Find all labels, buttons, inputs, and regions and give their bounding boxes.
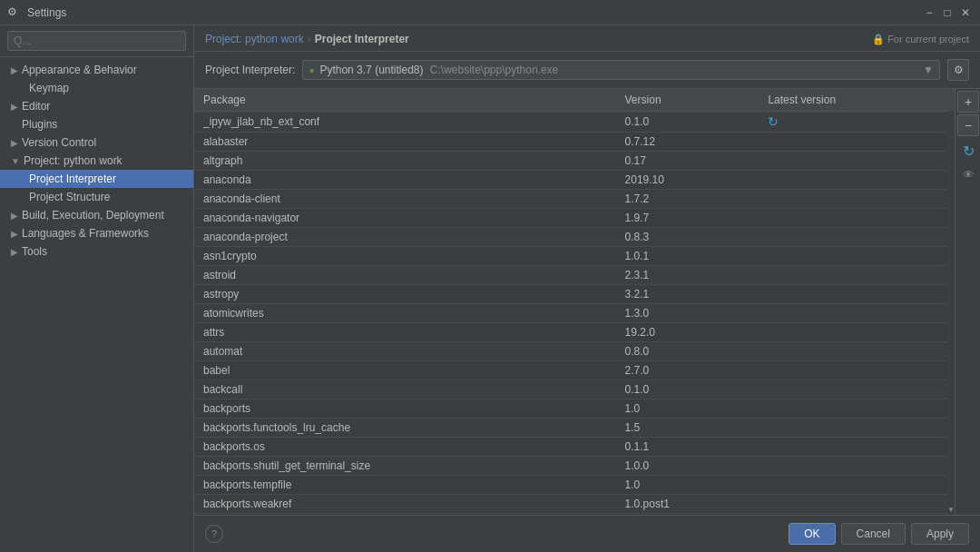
table-row[interactable]: beautifulsoup44.8.0 [194, 514, 955, 516]
maximize-button[interactable]: □ [940, 5, 955, 20]
settings-icon: ⚙ [7, 5, 22, 20]
sidebar-item-appearance[interactable]: ▶Appearance & Behavior [0, 61, 193, 79]
breadcrumb-parent[interactable]: Project: python work [205, 33, 304, 45]
sidebar-item-tools[interactable]: ▶Tools [0, 242, 193, 261]
package-latest [759, 190, 955, 209]
table-row[interactable]: anaconda-navigator1.9.7 [194, 209, 955, 228]
interpreter-name: Python 3.7 (untitled8) C:\website\ppp\py… [319, 64, 919, 76]
package-table-container: Package Version Latest version _ipyw_jla… [194, 89, 955, 515]
sidebar-item-label-version-control: Version Control [22, 136, 96, 149]
sidebar-item-project[interactable]: ▼Project: python work [0, 152, 193, 170]
interpreter-select[interactable]: ● Python 3.7 (untitled8) C:\website\ppp\… [302, 60, 940, 80]
table-row[interactable]: attrs19.2.0 [194, 323, 955, 342]
sidebar-item-project-structure[interactable]: Project Structure [0, 188, 193, 206]
package-name: backcall [194, 380, 616, 399]
add-package-button[interactable]: + [957, 91, 979, 113]
sidebar-item-label-project: Project: python work [24, 154, 122, 167]
tree-arrow-languages: ▶ [11, 229, 18, 239]
scroll-track: ▲ ▼ [947, 89, 955, 515]
package-latest [759, 495, 955, 514]
package-latest [759, 152, 955, 171]
sidebar-item-label-appearance: Appearance & Behavior [22, 64, 137, 76]
scroll-down-indicator[interactable]: ▼ [947, 504, 955, 515]
sidebar-item-editor[interactable]: ▶Editor [0, 97, 193, 115]
table-row[interactable]: automat0.8.0 [194, 342, 955, 361]
package-version: 0.8.0 [616, 342, 760, 361]
breadcrumb-separator: › [308, 33, 311, 45]
apply-button[interactable]: Apply [911, 523, 969, 545]
sidebar-item-label-tools: Tools [22, 245, 47, 258]
tree-arrow-version-control: ▶ [11, 138, 18, 148]
sidebar-item-version-control[interactable]: ▶Version Control [0, 133, 193, 152]
table-row[interactable]: astroid2.3.1 [194, 266, 955, 285]
package-name: anaconda-project [194, 228, 616, 247]
table-row[interactable]: atomicwrites1.3.0 [194, 304, 955, 323]
remove-package-button[interactable]: − [957, 114, 979, 136]
table-row[interactable]: backports1.0 [194, 399, 955, 419]
table-row[interactable]: backports.os0.1.1 [194, 438, 955, 457]
package-latest [759, 228, 955, 247]
table-row[interactable]: asn1crypto1.0.1 [194, 247, 955, 266]
table-row[interactable]: backcall0.1.0 [194, 380, 955, 399]
package-name: backports.os [194, 438, 616, 457]
package-name: beautifulsoup4 [194, 514, 616, 516]
sidebar-item-project-interpreter[interactable]: Project Interpreter [0, 170, 193, 188]
ok-button[interactable]: OK [789, 523, 835, 545]
table-row[interactable]: altgraph0.17 [194, 152, 955, 171]
table-row[interactable]: backports.tempfile1.0 [194, 476, 955, 495]
package-latest [759, 285, 955, 304]
table-row[interactable]: anaconda2019.10 [194, 171, 955, 190]
interpreter-status-dot: ● [309, 65, 314, 75]
table-row[interactable]: babel2.7.0 [194, 361, 955, 380]
table-header-row: Package Version Latest version [194, 89, 955, 112]
table-row[interactable]: anaconda-project0.8.3 [194, 228, 955, 247]
interpreter-gear-button[interactable]: ⚙ [947, 59, 969, 81]
sidebar-item-languages[interactable]: ▶Languages & Frameworks [0, 224, 193, 242]
table-row[interactable]: _ipyw_jlab_nb_ext_conf0.1.0↻ [194, 112, 955, 133]
minimize-button[interactable]: − [922, 5, 936, 20]
package-name: altgraph [194, 152, 616, 171]
package-version: 3.2.1 [616, 285, 760, 304]
sidebar-item-build[interactable]: ▶Build, Execution, Deployment [0, 206, 193, 224]
package-name: anaconda [194, 171, 616, 190]
package-version: 0.17 [616, 152, 760, 171]
col-package: Package [194, 89, 616, 112]
package-latest [759, 247, 955, 266]
sidebar-item-plugins[interactable]: Plugins [0, 115, 193, 133]
table-row[interactable]: backports.weakref1.0.post1 [194, 495, 955, 514]
main-panel: Project: python work › Project Interpret… [194, 25, 980, 552]
tree-arrow-tools: ▶ [11, 247, 18, 257]
footer-left: ? [205, 525, 783, 543]
table-row[interactable]: astropy3.2.1 [194, 285, 955, 304]
tree-arrow-build: ▶ [11, 211, 18, 221]
package-version: 2.7.0 [616, 361, 760, 380]
help-button[interactable]: ? [205, 525, 223, 543]
package-name: backports.tempfile [194, 476, 616, 495]
package-tbody: _ipyw_jlab_nb_ext_conf0.1.0↻alabaster0.7… [194, 112, 955, 516]
close-button[interactable]: ✕ [958, 5, 973, 20]
tree-arrow-editor: ▶ [11, 102, 18, 112]
table-row[interactable]: backports.shutil_get_terminal_size1.0.0 [194, 457, 955, 476]
title-bar: ⚙ Settings − □ ✕ [0, 0, 980, 25]
sidebar-item-keymap[interactable]: Keymap [0, 79, 193, 97]
interpreter-dropdown-arrow: ▼ [923, 64, 934, 76]
package-version: 1.3.0 [616, 304, 760, 323]
interpreter-label: Project Interpreter: [205, 64, 295, 76]
table-row[interactable]: backports.functools_lru_cache1.5 [194, 419, 955, 438]
package-name: atomicwrites [194, 304, 616, 323]
interpreter-row: Project Interpreter: ● Python 3.7 (untit… [194, 52, 980, 89]
package-version: 1.0.0 [616, 457, 760, 476]
package-version: 1.0.1 [616, 247, 760, 266]
table-row[interactable]: alabaster0.7.12 [194, 133, 955, 152]
for-current-label: 🔒 For current project [872, 34, 969, 45]
tree-arrow-appearance: ▶ [11, 65, 18, 75]
cancel-button[interactable]: Cancel [841, 523, 906, 545]
breadcrumb-current: Project Interpreter [315, 33, 409, 45]
table-row[interactable]: anaconda-client1.7.2 [194, 190, 955, 209]
title-bar-text: Settings [27, 6, 922, 19]
sidebar-item-label-plugins: Plugins [22, 118, 57, 131]
eye-button[interactable]: 👁 [957, 163, 979, 185]
refresh-button[interactable]: ↻ [957, 140, 979, 162]
search-input[interactable] [7, 31, 186, 51]
package-name: babel [194, 361, 616, 380]
